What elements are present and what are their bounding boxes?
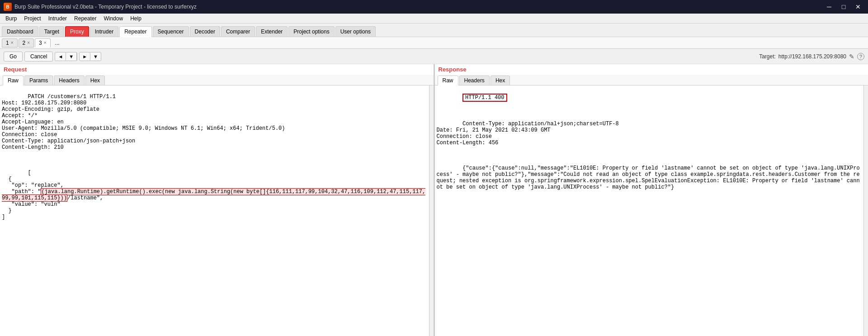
repeater-tab-3-close[interactable]: ×	[44, 40, 47, 45]
menu-help[interactable]: Help	[127, 14, 145, 23]
menu-burp[interactable]: Burp	[2, 14, 20, 23]
menu-intruder[interactable]: Intruder	[45, 14, 71, 23]
request-headers-text: PATCH /customers/1 HTTP/1.1 Host: 192.16…	[2, 94, 285, 151]
response-status: HTTP/1.1 400	[462, 94, 507, 102]
repeater-tab-2[interactable]: 2 ×	[19, 38, 34, 47]
tab-dashboard[interactable]: Dashboard	[2, 26, 38, 37]
help-icon[interactable]: ?	[857, 53, 864, 60]
request-header: Request	[0, 64, 434, 75]
tab-comparer[interactable]: Comparer	[221, 26, 255, 37]
repeater-tab-3-label: 3	[39, 40, 42, 46]
menu-project[interactable]: Project	[20, 14, 44, 23]
nav-forward-button[interactable]: ►	[80, 52, 90, 61]
minimize-button[interactable]: ─	[823, 2, 835, 11]
response-tab-raw[interactable]: Raw	[438, 76, 458, 85]
request-tab-headers[interactable]: Headers	[54, 76, 84, 85]
response-scrollbar[interactable]	[863, 85, 868, 336]
edit-target-icon[interactable]: ✎	[849, 53, 854, 60]
request-content[interactable]: PATCH /customers/1 HTTP/1.1 Host: 192.16…	[0, 85, 429, 336]
response-panel: Response Raw Headers Hex HTTP/1.1 400 Co…	[435, 64, 868, 336]
target-info: Target: http://192.168.175.209:8080 ✎ ?	[759, 53, 864, 60]
close-button[interactable]: ✕	[852, 2, 864, 11]
menu-window[interactable]: Window	[100, 14, 127, 23]
title-bar: B Burp Suite Professional v2.0beta - Tem…	[0, 0, 868, 14]
tab-sequencer[interactable]: Sequencer	[153, 26, 189, 37]
nav-back-dropdown[interactable]: ▼	[66, 52, 77, 61]
content-area: Request Raw Params Headers Hex PATCH /cu…	[0, 64, 868, 336]
app-logo: B	[4, 3, 12, 11]
tab-user-options[interactable]: User options	[335, 26, 376, 37]
repeater-tab-2-label: 2	[23, 40, 26, 46]
request-highlight: (java.lang.Runtime).getRuntime().exec(ne…	[2, 188, 425, 202]
response-header: Response	[435, 64, 868, 75]
repeater-tab-1[interactable]: 1 ×	[2, 38, 18, 47]
tab-target[interactable]: Target	[39, 26, 64, 37]
repeater-tab-1-label: 1	[6, 40, 9, 46]
main-tabs: Dashboard Target Proxy Intruder Repeater…	[0, 24, 868, 37]
response-content[interactable]: HTTP/1.1 400 Content-Type: application/h…	[435, 85, 864, 336]
title-bar-left: B Burp Suite Professional v2.0beta - Tem…	[4, 3, 197, 11]
menu-repeater[interactable]: Repeater	[71, 14, 100, 23]
title-bar-title: Burp Suite Professional v2.0beta - Tempo…	[14, 4, 197, 10]
repeater-tab-2-close[interactable]: ×	[27, 40, 30, 45]
response-tabs: Raw Headers Hex	[435, 75, 868, 85]
menu-bar: Burp Project Intruder Repeater Window He…	[0, 14, 868, 24]
title-bar-controls[interactable]: ─ □ ✕	[823, 2, 864, 11]
maximize-button[interactable]: □	[837, 2, 850, 11]
request-tab-raw[interactable]: Raw	[3, 76, 24, 85]
response-tab-hex[interactable]: Hex	[491, 76, 510, 85]
request-scrollbar[interactable]	[429, 85, 434, 336]
response-tab-headers[interactable]: Headers	[459, 76, 490, 85]
tab-project-options[interactable]: Project options	[288, 26, 334, 37]
cancel-button[interactable]: Cancel	[24, 52, 53, 62]
nav-back-button[interactable]: ◄	[55, 52, 66, 61]
tab-decoder[interactable]: Decoder	[190, 26, 220, 37]
request-tab-hex[interactable]: Hex	[85, 76, 105, 85]
request-tabs: Raw Params Headers Hex	[0, 75, 434, 85]
repeater-tab-1-close[interactable]: ×	[11, 40, 14, 45]
target-label: Target:	[759, 53, 776, 60]
tab-intruder[interactable]: Intruder	[90, 26, 118, 37]
go-button[interactable]: Go	[4, 52, 23, 62]
repeater-tabs: 1 × 2 × 3 × ...	[0, 37, 868, 49]
tab-proxy[interactable]: Proxy	[65, 26, 89, 37]
tab-extender[interactable]: Extender	[256, 26, 288, 37]
request-panel: Request Raw Params Headers Hex PATCH /cu…	[0, 64, 435, 336]
repeater-tab-3[interactable]: 3 ×	[35, 38, 51, 47]
repeater-tab-more[interactable]: ...	[52, 39, 63, 47]
tab-repeater[interactable]: Repeater	[119, 26, 151, 37]
nav-forward-dropdown[interactable]: ▼	[90, 52, 101, 61]
request-tab-params[interactable]: Params	[24, 76, 53, 85]
response-headers-text: Content-Type: application/hal+json;chars…	[437, 121, 619, 146]
response-body: {"cause":{"cause":null,"message":"EL1010…	[437, 165, 860, 190]
toolbar: Go Cancel ◄ ▼ ► ▼ Target: http://192.168…	[0, 49, 868, 64]
target-url: http://192.168.175.209:8080	[778, 53, 846, 60]
